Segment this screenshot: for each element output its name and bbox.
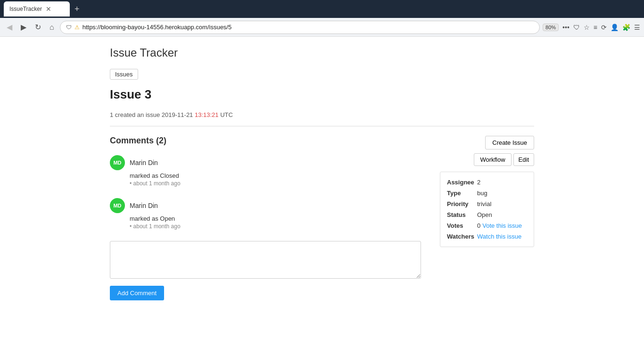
detail-status-row: Status Open (447, 211, 527, 218)
zoom-level: 80% (543, 24, 559, 31)
workflow-edit-row: Workflow Edit (474, 153, 534, 166)
detail-votes-row: Votes 0 Vote this issue (447, 222, 527, 229)
priority-value: trivial (477, 200, 491, 207)
detail-assignee-row: Assignee 2 (447, 179, 527, 186)
home-button[interactable]: ⌂ (47, 21, 57, 33)
main-layout: Comments (2) MD Marin Din marked as Clos… (110, 136, 534, 300)
comment-item: MD Marin Din marked as Open about 1 mont… (110, 198, 421, 230)
more-options-icon[interactable]: ••• (562, 24, 570, 31)
assignee-value: 2 (477, 179, 480, 186)
reading-list-icon[interactable]: ≡ (594, 24, 597, 31)
avatar: MD (110, 198, 125, 213)
comment-textarea[interactable] (110, 241, 421, 279)
toolbar-right: 80% ••• 🛡 ☆ ≡ ⟳ 👤 🧩 ☰ (543, 24, 640, 31)
status-label: Status (447, 211, 475, 218)
sync-icon[interactable]: ⟳ (601, 24, 607, 31)
comment-item: MD Marin Din marked as Closed about 1 mo… (110, 155, 421, 187)
detail-priority-row: Priority trivial (447, 200, 527, 207)
tab-close-icon[interactable]: ✕ (46, 5, 51, 13)
issue-timestamp-link[interactable]: 13:13:21 (195, 111, 219, 118)
watch-this-issue-link[interactable]: Watch this issue (477, 233, 521, 240)
bookmark-icon[interactable]: ☆ (584, 24, 590, 31)
status-value: Open (477, 211, 492, 218)
profile-icon[interactable]: 👤 (611, 24, 619, 31)
comment-time: about 1 month ago (130, 223, 421, 230)
avatar-initials: MD (113, 203, 121, 208)
issue-title: Issue 3 (110, 87, 534, 102)
back-button[interactable]: ◀ (4, 21, 15, 33)
edit-button[interactable]: Edit (513, 153, 534, 166)
breadcrumb-issues-link[interactable]: Issues (110, 69, 138, 80)
divider (110, 126, 534, 126)
warning-icon: ⚠ (74, 24, 80, 31)
workflow-button[interactable]: Workflow (474, 153, 511, 166)
comment-author-row: MD Marin Din (110, 198, 421, 213)
type-value: bug (477, 190, 487, 197)
extensions-icon[interactable]: 🧩 (622, 24, 630, 31)
comment-body: marked as Closed (130, 172, 421, 179)
detail-watchers-row: Watchers Watch this issue (447, 233, 527, 240)
type-label: Type (447, 190, 475, 197)
votes-label: Votes (447, 222, 475, 229)
comment-author-row: MD Marin Din (110, 155, 421, 170)
browser-tab[interactable]: IssueTracker ✕ (4, 1, 70, 17)
url-text: https://blooming-bayou-14556.herokuapp.c… (83, 24, 232, 31)
app-title: Issue Tracker (110, 46, 534, 59)
tab-title: IssueTracker (9, 6, 42, 12)
menu-icon[interactable]: ☰ (634, 24, 640, 31)
sidebar: Create Issue Workflow Edit Assignee 2 Ty… (440, 136, 534, 247)
forward-button[interactable]: ▶ (18, 21, 29, 33)
sidebar-actions: Create Issue Workflow Edit (440, 136, 534, 166)
assignee-label: Assignee (447, 179, 475, 186)
issue-details-box: Assignee 2 Type bug Priority trivial Sta… (440, 172, 534, 247)
comment-author-name: Marin Din (130, 159, 158, 166)
browser-toolbar: ◀ ▶ ↻ ⌂ 🛡 ⚠ https://blooming-bayou-14556… (0, 18, 644, 37)
comment-author-name: Marin Din (130, 202, 158, 209)
lock-icon: 🛡 (66, 24, 72, 31)
new-tab-button[interactable]: + (73, 4, 82, 14)
page-content: Issue Tracker Issues Issue 3 1 created a… (96, 37, 548, 310)
votes-count: 0 (477, 222, 480, 229)
detail-type-row: Type bug (447, 190, 527, 197)
comment-body: marked as Open (130, 215, 421, 222)
avatar: MD (110, 155, 125, 170)
priority-label: Priority (447, 200, 475, 207)
add-comment-button[interactable]: Add Comment (110, 286, 164, 300)
comment-time: about 1 month ago (130, 180, 421, 187)
main-content: Comments (2) MD Marin Din marked as Clos… (110, 136, 421, 300)
browser-chrome: IssueTracker ✕ + (0, 0, 644, 18)
vote-this-issue-link[interactable]: Vote this issue (482, 222, 522, 229)
refresh-button[interactable]: ↻ (32, 21, 44, 33)
issue-meta: 1 created an issue 2019-11-21 13:13:21 U… (110, 111, 534, 118)
watchers-label: Watchers (447, 233, 475, 240)
address-bar[interactable]: 🛡 ⚠ https://blooming-bayou-14556.herokua… (60, 21, 540, 34)
shield-icon: 🛡 (573, 24, 580, 31)
create-issue-button[interactable]: Create Issue (485, 136, 534, 149)
avatar-initials: MD (113, 160, 121, 166)
comments-header: Comments (2) (110, 136, 421, 146)
